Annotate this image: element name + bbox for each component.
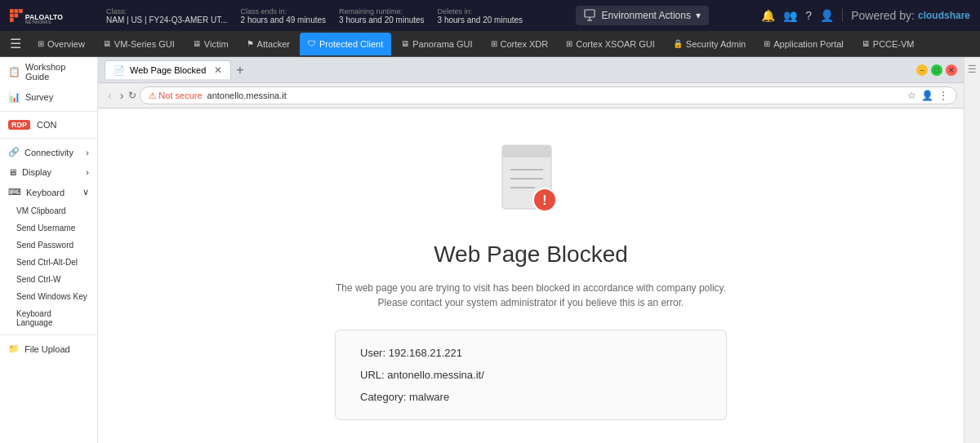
help-icon[interactable]: ? xyxy=(805,9,812,22)
info-row-url: URL: antonello.messina.it/ xyxy=(360,369,702,381)
category-label: Category: xyxy=(360,391,406,403)
blocked-description: The web page you are trying to visit has… xyxy=(335,281,727,310)
tab-security-admin[interactable]: 🔒 Security Admin xyxy=(665,33,754,55)
svg-rect-4 xyxy=(15,14,19,18)
sidebar-item-send-password[interactable]: Send Password xyxy=(0,237,97,254)
svg-rect-2 xyxy=(19,9,23,13)
blocked-info-box: User: 192.168.21.221 URL: antonello.mess… xyxy=(335,330,727,420)
user-label: User: xyxy=(360,347,385,359)
svg-rect-8 xyxy=(585,10,595,17)
sidebar-item-send-username[interactable]: Send Username xyxy=(0,219,97,237)
browser-window: 📄 Web Page Blocked ✕ + – □ ✕ ‹ › ↻ xyxy=(98,57,964,443)
tab-cortex-xdr[interactable]: ⊞ Cortex XDR xyxy=(483,33,557,55)
protected-client-icon: 🛡 xyxy=(308,39,316,48)
survey-label: Survey xyxy=(25,92,53,102)
sidebar-item-survey[interactable]: 📊 Survey xyxy=(0,86,97,108)
tab-panorama-gui[interactable]: 🖥 Panorama GUI xyxy=(393,33,480,55)
sidebar-item-keyboard[interactable]: ⌨ Keyboard ∨ xyxy=(0,182,97,202)
powered-by-label: Powered by: xyxy=(851,9,915,22)
sidebar-item-connectivity[interactable]: 🔗 Connectivity › xyxy=(0,142,97,162)
tab-overview[interactable]: ⊞ Overview xyxy=(29,33,93,55)
tab-protected-client[interactable]: 🛡 Protected Client xyxy=(300,33,391,55)
tab-close-icon[interactable]: ✕ xyxy=(214,64,222,76)
more-options-icon[interactable]: ⋮ xyxy=(938,90,948,101)
vm-series-icon: 🖥 xyxy=(103,39,111,48)
address-bar[interactable]: ⚠ Not secure antonello.messina.it ☆ 👤 ⋮ xyxy=(140,86,957,104)
sidebar-item-file-upload[interactable]: 📁 File Upload xyxy=(0,339,97,359)
right-panel-icon[interactable]: ☰ xyxy=(968,64,977,75)
deletes-value: 3 hours and 20 minutes xyxy=(438,16,523,24)
sidebar-item-keyboard-language[interactable]: Keyboard Language xyxy=(0,305,97,331)
category-value: malware xyxy=(409,391,449,403)
logo-area: PALOALTO NETWORKS Class: NAM | US | FY24… xyxy=(10,7,523,24)
browser-tab-blocked[interactable]: 📄 Web Page Blocked ✕ xyxy=(105,60,231,79)
account-icon[interactable]: 👤 xyxy=(820,9,834,22)
url-value: antonello.messina.it/ xyxy=(387,369,484,381)
sidebar-item-rdp-con[interactable]: RDP CON xyxy=(0,115,97,135)
tab-panorama-label: Panorama GUI xyxy=(412,39,472,49)
svg-rect-12 xyxy=(502,145,551,157)
connectivity-icon: 🔗 xyxy=(8,147,20,157)
display-label: Display xyxy=(22,167,51,177)
tab-pcce-vm[interactable]: 🖥 PCCE-VM xyxy=(853,33,923,55)
cortex-xsoar-icon: ⊞ xyxy=(566,39,572,48)
keyboard-icon: ⌨ xyxy=(8,187,21,197)
star-icon[interactable]: ☆ xyxy=(907,90,916,101)
sidebar-item-send-ctrl-alt-del[interactable]: Send Ctrl-Alt-Del xyxy=(0,254,97,271)
tab-victim[interactable]: 🖥 Victim xyxy=(185,33,237,55)
not-secure-indicator: ⚠ Not secure xyxy=(149,91,202,101)
header-icons: 🔔 👥 ? 👤 Powered by: cloudshare xyxy=(761,9,970,22)
class-value: NAM | US | FY24-Q3-AMER UT... xyxy=(106,16,228,24)
window-buttons: – □ ✕ xyxy=(916,64,957,76)
remaining-label: Remaining runtime: xyxy=(339,7,425,16)
application-portal-icon: ⊞ xyxy=(764,39,770,48)
tab-attacker-label: Attacker xyxy=(257,39,290,49)
new-tab-button[interactable]: + xyxy=(233,63,247,78)
svg-rect-0 xyxy=(10,9,14,13)
main-tab-bar: ☰ ⊞ Overview 🖥 VM-Series GUI 🖥 Victim ⚑ … xyxy=(0,31,980,57)
deletes-label: Deletes in: xyxy=(438,7,523,16)
browser-controls: ‹ › ↻ ⚠ Not secure antonello.messina.it … xyxy=(98,82,964,108)
tab-application-portal[interactable]: ⊞ Application Portal xyxy=(755,33,852,55)
info-row-category: Category: malware xyxy=(360,391,702,403)
tab-cortex-xsoar-gui[interactable]: ⊞ Cortex XSOAR GUI xyxy=(558,33,663,55)
browser-tab-bar: 📄 Web Page Blocked ✕ + xyxy=(105,60,910,79)
display-icon: 🖥 xyxy=(8,167,17,177)
notification-icon[interactable]: 🔔 xyxy=(761,9,775,22)
minimize-button[interactable]: – xyxy=(916,64,928,76)
keyboard-arrow-icon: ∨ xyxy=(82,187,89,197)
close-button[interactable]: ✕ xyxy=(946,64,957,76)
class-label: Class: xyxy=(106,7,228,16)
sidebar-item-send-ctrl-w[interactable]: Send Ctrl-W xyxy=(0,271,97,288)
sidebar-divider-2 xyxy=(0,138,97,139)
env-actions-button[interactable]: Environment Actions ▾ xyxy=(576,6,709,25)
env-actions-label: Environment Actions xyxy=(602,10,691,21)
sidebar-item-send-windows-key[interactable]: Send Windows Key xyxy=(0,288,97,305)
tab-protected-client-label: Protected Client xyxy=(319,39,383,49)
cortex-xdr-icon: ⊞ xyxy=(491,39,497,48)
remaining-value: 3 hours and 20 minutes xyxy=(339,16,425,24)
back-button[interactable]: ‹ xyxy=(105,87,115,104)
file-upload-icon: 📁 xyxy=(8,343,20,354)
workshop-guide-label: Workshop Guide xyxy=(25,62,89,82)
display-arrow-icon: › xyxy=(86,167,89,177)
account-circle-icon[interactable]: 👤 xyxy=(921,90,933,101)
browser-chrome: 📄 Web Page Blocked ✕ + – □ ✕ ‹ › ↻ xyxy=(98,57,964,109)
remaining-runtime-info: Remaining runtime: 3 hours and 20 minute… xyxy=(339,7,425,24)
pcce-vm-icon: 🖥 xyxy=(862,39,870,48)
forward-button[interactable]: › xyxy=(117,87,127,104)
users-icon[interactable]: 👥 xyxy=(783,9,797,22)
maximize-button[interactable]: □ xyxy=(931,64,942,76)
palo-alto-logo: PALOALTO NETWORKS xyxy=(10,7,100,24)
tab-attacker[interactable]: ⚑ Attacker xyxy=(238,33,298,55)
cloudshare-name: cloudshare xyxy=(918,10,970,21)
not-secure-label: Not secure xyxy=(158,91,202,100)
hamburger-icon[interactable]: ☰ xyxy=(3,36,28,51)
sidebar-item-display[interactable]: 🖥 Display › xyxy=(0,162,97,182)
class-ends-info: Class ends in: 2 hours and 49 minutes xyxy=(241,7,327,24)
refresh-button[interactable]: ↻ xyxy=(128,90,136,101)
sidebar-item-vm-clipboard[interactable]: VM Clipboard xyxy=(0,202,97,219)
svg-rect-1 xyxy=(15,9,19,13)
sidebar-item-workshop-guide[interactable]: 📋 Workshop Guide xyxy=(0,57,97,86)
tab-vm-series-gui[interactable]: 🖥 VM-Series GUI xyxy=(95,33,183,55)
